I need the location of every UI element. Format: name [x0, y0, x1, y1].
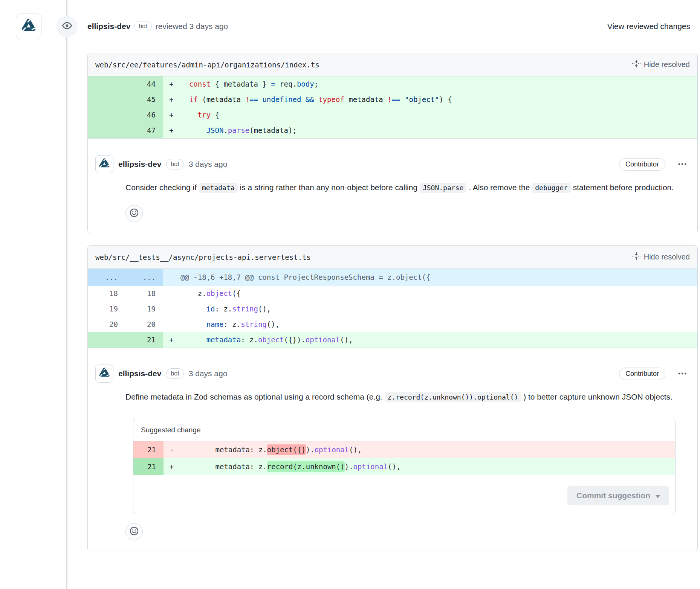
commit-suggestion-label: Commit suggestion	[576, 491, 650, 500]
ellipsis-logo-icon	[98, 157, 111, 172]
kebab-menu-icon[interactable]	[678, 369, 687, 378]
old-line-number	[88, 107, 125, 123]
code-line: name: z.string(),	[180, 317, 697, 332]
diff-marker	[163, 286, 180, 301]
suggested-change-title: Suggested change	[133, 419, 675, 441]
suggested-change-block: Suggested change 21 - metadata: z.object…	[133, 419, 676, 514]
suggestion-deletion-row: 21 - metadata: z.object({}).optional(),	[133, 441, 675, 458]
code-line: JSON.parse(metadata);	[180, 123, 697, 138]
comment-header: ellipsis-dev bot 3 days ago Contributor	[95, 155, 690, 173]
diff-marker: +	[164, 458, 181, 475]
chevron-down-icon	[656, 491, 660, 500]
comment-body: Consider checking if metadata is a strin…	[125, 179, 684, 196]
old-line-number	[88, 332, 125, 348]
hide-resolved-label: Hide resolved	[644, 60, 690, 69]
diff-row: 44 + const { metadata } = req.body;	[88, 76, 697, 92]
ellipsis-logo-icon	[20, 17, 37, 36]
review-threads: web/src/ee/features/admin-api/organizati…	[87, 53, 698, 563]
reviewer-avatar[interactable]	[16, 14, 41, 39]
hunk-new-ellipsis: ...	[125, 269, 163, 286]
comment-avatar[interactable]	[95, 155, 113, 173]
comment-avatar[interactable]	[95, 365, 113, 383]
bot-badge: bot	[166, 368, 183, 378]
suggestion-footer: Commit suggestion	[133, 475, 675, 514]
review-action-text: reviewed 3 days ago	[156, 22, 228, 31]
comment-timestamp[interactable]: 3 days ago	[189, 160, 228, 169]
eye-icon	[61, 20, 73, 33]
line-number: 21	[133, 441, 164, 458]
fold-icon	[632, 252, 640, 262]
review-eye-badge	[56, 16, 78, 37]
contributor-badge: Contributor	[619, 158, 665, 171]
hide-resolved-label: Hide resolved	[644, 253, 690, 261]
suggestion-addition-row: 21 + metadata: z.record(z.unknown()).opt…	[133, 458, 675, 475]
suggestion-diff: 21 - metadata: z.object({}).optional(), …	[133, 441, 675, 475]
old-line-number	[88, 123, 125, 138]
new-line-number: 44	[125, 76, 163, 92]
review-comment-1: ellipsis-dev bot 3 days ago Contributor …	[88, 139, 697, 233]
file-path-link[interactable]: web/src/__tests__/async/projects-api.ser…	[95, 253, 311, 261]
ellipsis-logo-icon	[98, 366, 111, 381]
review-thread-card-1: web/src/ee/features/admin-api/organizati…	[87, 53, 698, 233]
review-header: ellipsis-dev bot reviewed 3 days ago Vie…	[87, 21, 690, 31]
timeline-line	[66, 0, 67, 589]
review-comment-2: ellipsis-dev bot 3 days ago Contributor …	[88, 348, 697, 551]
diff-row: 46 + try {	[88, 107, 697, 123]
diff-block-1: 44 + const { metadata } = req.body; 45 +…	[88, 76, 697, 139]
old-line-number: 19	[88, 301, 125, 317]
comment-timestamp[interactable]: 3 days ago	[189, 369, 228, 378]
file-header-2: web/src/__tests__/async/projects-api.ser…	[88, 246, 697, 269]
diff-marker: +	[163, 107, 180, 123]
code-line: metadata: z.object({}).optional(),	[181, 441, 675, 458]
diff-marker: +	[163, 123, 180, 138]
bot-badge: bot	[134, 21, 151, 31]
kebab-menu-icon[interactable]	[678, 160, 687, 169]
old-line-number: 18	[88, 286, 125, 301]
old-line-number	[88, 92, 125, 107]
review-thread-card-2: web/src/__tests__/async/projects-api.ser…	[87, 245, 698, 551]
hunk-old-ellipsis: ...	[88, 269, 125, 286]
diff-marker: +	[163, 332, 180, 348]
new-line-number: 46	[125, 107, 163, 123]
diff-marker	[163, 301, 180, 317]
new-line-number: 20	[125, 317, 163, 332]
diff-row: 21 + metadata: z.object({}).optional(),	[88, 332, 697, 348]
commit-suggestion-button[interactable]: Commit suggestion	[567, 486, 669, 505]
add-reaction-button[interactable]	[125, 205, 143, 222]
line-number: 21	[133, 458, 164, 475]
comment-header: ellipsis-dev bot 3 days ago Contributor	[95, 365, 690, 383]
smiley-icon	[129, 208, 139, 220]
hunk-header-row: ... ... @@ -18,6 +18,7 @@ const ProjectR…	[88, 269, 697, 286]
reviewer-name-link[interactable]: ellipsis-dev	[87, 22, 130, 31]
diff-marker: -	[164, 441, 181, 458]
hide-resolved-button[interactable]: Hide resolved	[632, 252, 690, 262]
code-line: id: z.string(),	[180, 301, 697, 317]
diff-row: 47 + JSON.parse(metadata);	[88, 123, 697, 138]
code-line: const { metadata } = req.body;	[180, 76, 697, 92]
new-line-number: 45	[125, 92, 163, 107]
add-reaction-button[interactable]	[125, 523, 143, 540]
code-line: metadata: z.object({}).optional(),	[180, 332, 697, 348]
code-line: z.object({	[180, 286, 697, 301]
new-line-number: 18	[125, 286, 163, 301]
fold-icon	[632, 60, 640, 70]
diff-marker	[163, 317, 180, 332]
contributor-badge: Contributor	[619, 368, 665, 380]
code-line: if (metadata !== undefined && typeof met…	[180, 92, 697, 107]
comment-author-link[interactable]: ellipsis-dev	[118, 160, 161, 169]
view-reviewed-changes-link[interactable]: View reviewed changes	[607, 22, 690, 31]
diff-marker: +	[163, 92, 180, 107]
hide-resolved-button[interactable]: Hide resolved	[632, 60, 690, 70]
comment-author-link[interactable]: ellipsis-dev	[118, 369, 161, 378]
old-line-number: 20	[88, 317, 125, 332]
diff-row: 45 + if (metadata !== undefined && typeo…	[88, 92, 697, 107]
file-path-link[interactable]: web/src/ee/features/admin-api/organizati…	[95, 61, 319, 69]
smiley-icon	[129, 526, 139, 538]
hunk-header-text: @@ -18,6 +18,7 @@ const ProjectResponseS…	[163, 269, 697, 286]
old-line-number	[88, 76, 125, 92]
file-header-1: web/src/ee/features/admin-api/organizati…	[88, 53, 697, 76]
new-line-number: 19	[125, 301, 163, 317]
new-line-number: 21	[125, 332, 163, 348]
code-line: metadata: z.record(z.unknown()).optional…	[181, 458, 675, 475]
diff-block-2: ... ... @@ -18,6 +18,7 @@ const ProjectR…	[88, 269, 697, 348]
